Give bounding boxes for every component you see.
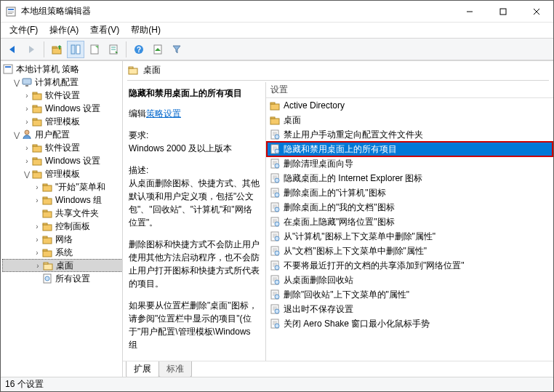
export-button[interactable]	[105, 41, 122, 58]
svg-rect-44	[43, 184, 47, 185]
tree-item[interactable]: 所有设置	[2, 272, 122, 285]
tree-item[interactable]: ›网络	[2, 233, 122, 246]
tree-item[interactable]: ›控制面板	[2, 220, 122, 233]
svg-point-69	[275, 135, 279, 139]
list-row[interactable]: 隐藏和禁用桌面上的所有项目	[266, 142, 553, 156]
desc-label: 描述:	[129, 164, 260, 177]
chevron-down-icon[interactable]: ⋁	[23, 170, 31, 178]
app-icon	[5, 6, 17, 17]
chevron-down-icon[interactable]: ⋁	[12, 79, 21, 87]
tab-extended[interactable]: 扩展	[126, 361, 159, 377]
tree-item-desktop[interactable]: ›桌面	[2, 259, 122, 272]
list-row[interactable]: 退出时不保存设置	[266, 302, 553, 316]
chevron-right-icon[interactable]: ›	[23, 118, 31, 126]
svg-rect-50	[43, 223, 47, 225]
svg-rect-47	[43, 212, 52, 217]
tree-item[interactable]: ›Windows 设置	[2, 154, 122, 167]
chevron-right-icon[interactable]: ›	[23, 105, 31, 113]
tab-standard[interactable]: 标准	[158, 361, 192, 377]
svg-rect-27	[5, 66, 11, 68]
svg-rect-52	[43, 236, 47, 238]
svg-rect-42	[33, 171, 37, 172]
tree-item[interactable]: ›Windows 组	[2, 193, 122, 207]
folder-icon	[41, 194, 53, 206]
chevron-right-icon[interactable]: ›	[33, 236, 41, 244]
close-button[interactable]	[520, 1, 553, 23]
tree-user-config[interactable]: ⋁用户配置	[2, 128, 122, 141]
help-button[interactable]: ?	[130, 41, 148, 58]
menu-action[interactable]: 操作(A)	[44, 23, 84, 38]
tree-item[interactable]: ›系统	[2, 246, 122, 259]
list-row[interactable]: 从"计算机"图标上下文菜单中删除"属性"	[266, 229, 553, 244]
show-toggle-button[interactable]	[149, 41, 166, 58]
list-item-label: 删除"回收站"上下文菜单的"属性"	[284, 289, 409, 301]
filter-button[interactable]	[168, 41, 185, 58]
chevron-right-icon[interactable]: ›	[23, 144, 31, 152]
svg-point-99	[275, 222, 279, 226]
list-row[interactable]: 关闭 Aero Shake 窗口最小化鼠标手势	[266, 316, 553, 331]
list-row[interactable]: 删除"回收站"上下文菜单的"属性"	[266, 287, 553, 302]
svg-rect-5	[500, 9, 506, 15]
tree-item[interactable]: ›Windows 设置	[2, 102, 122, 115]
list-row[interactable]: 不要将最近打开的文档的共享添加到"网络位置"	[266, 258, 553, 273]
chevron-right-icon[interactable]: ›	[33, 183, 41, 191]
chevron-right-icon[interactable]: ›	[33, 262, 42, 270]
list-row[interactable]: 删除桌面上的"我的文档"图标	[266, 200, 553, 215]
list-row[interactable]: 从桌面删除回收站	[266, 273, 553, 287]
menu-help[interactable]: 帮助(H)	[125, 23, 166, 38]
chevron-right-icon[interactable]: ›	[33, 249, 41, 257]
menu-view[interactable]: 查看(V)	[84, 23, 125, 38]
column-header[interactable]: 设置	[266, 82, 553, 98]
folder-icon	[269, 114, 281, 126]
policy-icon	[2, 63, 14, 75]
properties-button[interactable]	[67, 41, 84, 58]
refresh-button[interactable]	[86, 41, 103, 58]
list-scroll[interactable]: Active Directory桌面禁止用户手动重定向配置文件文件夹隐藏和禁用桌…	[266, 98, 553, 361]
right-pane: 桌面 隐藏和禁用桌面上的所有项目 编辑策略设置 要求: Windows 2000…	[123, 61, 553, 377]
tree-scroll[interactable]: 本地计算机 策略 ⋁计算机配置 ›软件设置 ›Windows 设置 ›管理模板 …	[1, 61, 122, 377]
list-row[interactable]: 删除桌面上的"计算机"图标	[266, 185, 553, 200]
back-button[interactable]	[4, 41, 21, 58]
tree-computer-config[interactable]: ⋁计算机配置	[2, 76, 122, 89]
policy-setting-icon	[269, 187, 281, 199]
policy-setting-icon	[269, 216, 281, 228]
edit-label: 编辑	[129, 108, 146, 119]
chevron-right-icon[interactable]: ›	[33, 223, 41, 231]
list-row[interactable]: 禁止用户手动重定向配置文件文件夹	[266, 127, 553, 142]
tree-item[interactable]: 共享文件夹	[2, 207, 122, 220]
minimize-button[interactable]	[453, 1, 486, 23]
column-label: 设置	[270, 84, 288, 96]
list-row[interactable]: 在桌面上隐藏"网络位置"图标	[266, 215, 553, 229]
right-body: 隐藏和禁用桌面上的所有项目 编辑策略设置 要求: Windows 2000 及以…	[123, 82, 553, 361]
tree-item[interactable]: ›软件设置	[2, 89, 122, 102]
chevron-right-icon[interactable]: ›	[23, 92, 31, 100]
edit-policy-link[interactable]: 策略设置	[146, 108, 181, 119]
tree-root[interactable]: 本地计算机 策略	[2, 63, 122, 76]
chevron-down-icon[interactable]: ⋁	[12, 131, 21, 139]
list-row[interactable]: Active Directory	[266, 98, 553, 113]
tree-label: Windows 设置	[45, 155, 100, 167]
tree-item[interactable]: ›管理模板	[2, 115, 122, 128]
tree-item[interactable]: ›软件设置	[2, 141, 122, 154]
up-button[interactable]	[48, 41, 65, 58]
maximize-button[interactable]	[486, 1, 520, 23]
forward-button[interactable]	[23, 41, 40, 58]
chevron-right-icon[interactable]: ›	[33, 196, 41, 204]
svg-rect-60	[129, 67, 133, 68]
svg-rect-54	[43, 249, 47, 251]
menu-file[interactable]: 文件(F)	[4, 23, 44, 38]
chevron-right-icon[interactable]: ›	[23, 157, 31, 165]
tree-item[interactable]: ›"开始"菜单和	[2, 180, 122, 193]
list-item-label: 从"计算机"图标上下文菜单中删除"属性"	[284, 231, 435, 243]
policy-setting-icon	[269, 143, 281, 155]
list-row[interactable]: 删除清理桌面向导	[266, 156, 553, 171]
policy-setting-icon	[269, 245, 281, 257]
svg-point-114	[275, 265, 279, 270]
policy-setting-icon	[269, 318, 281, 329]
list-row[interactable]: 桌面	[266, 113, 553, 127]
list-pane: 设置 Active Directory桌面禁止用户手动重定向配置文件文件夹隐藏和…	[266, 82, 553, 361]
policy-setting-icon	[269, 158, 281, 169]
list-row[interactable]: 隐藏桌面上的 Internet Explorer 图标	[266, 171, 553, 185]
tree-admin-templates[interactable]: ⋁管理模板	[2, 167, 122, 180]
list-row[interactable]: 从"文档"图标上下文菜单中删除"属性"	[266, 244, 553, 258]
